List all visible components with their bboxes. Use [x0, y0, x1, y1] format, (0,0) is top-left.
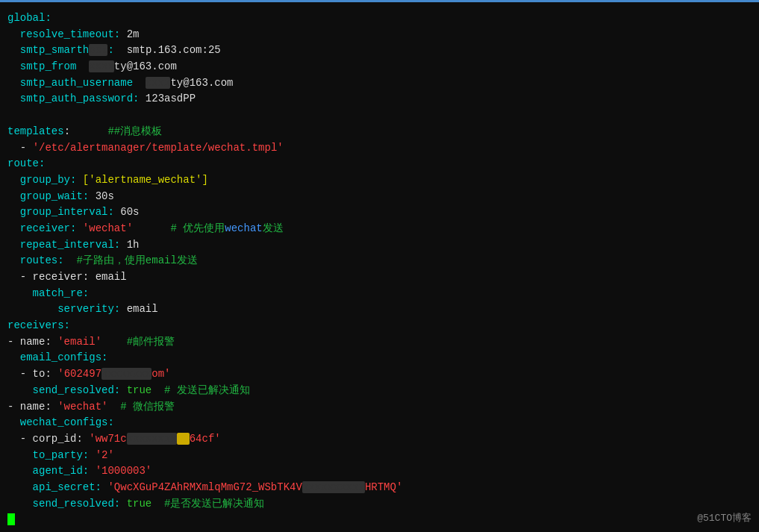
watermark: @51CTO博客 — [697, 511, 752, 525]
line-receivers: receivers: — [7, 318, 752, 334]
line-api-secret: api_secret: 'QwcXGuP4ZAhRMXmlqMmG72_WSbT… — [7, 480, 752, 496]
line-templates: templates: ##消息模板 — [7, 124, 752, 140]
code-content: global: resolve_timeout: 2m smtp_smartho… — [7, 6, 752, 528]
line-to: - to: '602497xxxxxxxxom' — [7, 366, 752, 383]
line-group-by: group_by: ['alertname_wechat'] — [7, 172, 752, 189]
line-global: global: — [7, 10, 752, 27]
line-smtp-pass: smtp_auth_password: 123asdPP — [7, 91, 752, 107]
line-routes: routes: #子路由，使用email发送 — [7, 253, 752, 269]
line-send-resolved2: send_resolved: true #是否发送已解决通知 — [7, 496, 752, 513]
line-resolve: resolve_timeout: 2m — [7, 27, 752, 43]
line-to-party: to_party: '2' — [7, 448, 752, 464]
line-repeat: repeat_interval: 1h — [7, 237, 752, 254]
line-email-configs: email_configs: — [7, 350, 752, 366]
line-agent-id: agent_id: '1000003' — [7, 463, 752, 480]
line-send-resolved1: send_resolved: true # 发送已解决通知 — [7, 383, 752, 399]
line-match-re: match_re: — [7, 286, 752, 302]
line-blank1 — [7, 107, 752, 124]
line-name-email: - name: 'email' #邮件报警 — [7, 334, 752, 351]
line-cursor — [7, 512, 752, 528]
line-smtp-from: smtp_from xxxxty@163.com — [7, 59, 752, 75]
line-smtp-user: smtp_auth_username xxxxty@163.com — [7, 75, 752, 92]
line-group-wait: group_wait: 30s — [7, 189, 752, 205]
line-group-interval: group_interval: 60s — [7, 204, 752, 221]
cursor-block — [7, 513, 15, 525]
line-receiver-email: - receiver: email — [7, 269, 752, 286]
terminal-window: global: resolve_timeout: 2m smtp_smartho… — [0, 0, 759, 532]
line-wechat-configs: wechat_configs: — [7, 415, 752, 431]
line-severity: serverity: email — [7, 301, 752, 318]
line-name-wechat: - name: 'wechat' # 微信报警 — [7, 399, 752, 416]
line-tmpl-path: - '/etc/alertmanager/template/wechat.tmp… — [7, 140, 752, 157]
top-border — [0, 0, 759, 2]
line-route: route: — [7, 156, 752, 172]
line-corp-id: - corp_id: 'ww71cxxxxxxxx6964cf' — [7, 431, 752, 448]
line-receiver: receiver: 'wechat' # 优先使用wechat发送 — [7, 221, 752, 237]
line-smtp-smart: smtp_smarthost: smtp.163.com:25 — [7, 43, 752, 59]
